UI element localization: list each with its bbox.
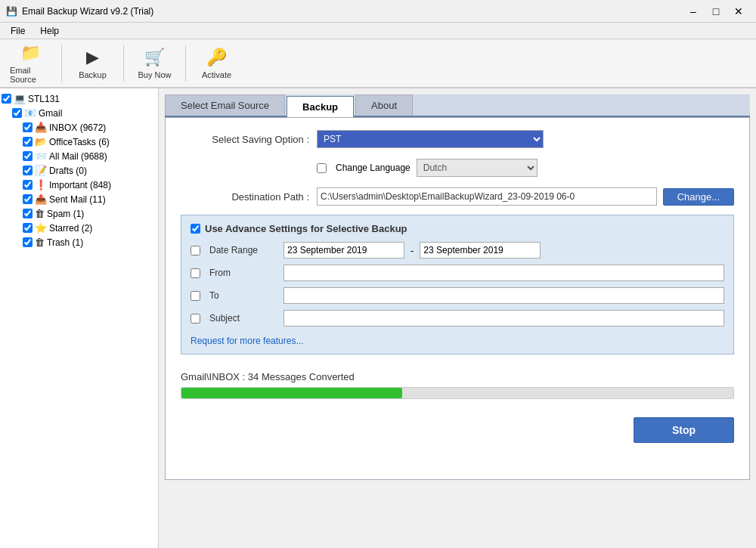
main-layout: 💻STL131📧Gmail📥INBOX (9672)📂OfficeTasks (… [0,88,756,548]
progress-bar-fill [181,388,402,398]
from-row: From [191,265,724,281]
advance-settings-section: Use Advance Settings for Selective Backu… [181,215,734,354]
tree-item-label: Spam (1) [47,209,84,219]
tab-select-email-source[interactable]: Select Email Source [165,94,285,116]
subject-input[interactable] [284,310,724,327]
tab-backup[interactable]: Backup [287,96,354,117]
title-bar-left: 💾 Email Backup Wizard v9.2 (Trial) [6,6,153,17]
sidebar-tree-item[interactable]: 📥INBOX (9672) [0,120,158,135]
email-source-icon: 📁 [20,43,41,63]
date-separator: - [411,245,414,256]
sidebar-tree-item[interactable]: ❗Important (848) [0,178,158,192]
tab-bar: Select Email Source Backup About [165,94,750,117]
subject-checkbox[interactable] [191,314,200,324]
saving-option-row: Select Saving Option : PST MSG EML MBOX … [181,130,734,148]
date-to-input[interactable] [420,242,541,259]
sidebar-tree-item[interactable]: 🗑Spam (1) [0,206,158,221]
change-button[interactable]: Change... [663,188,734,206]
tree-item-label: OfficeTasks (6) [49,137,110,147]
destination-path-input[interactable] [317,187,657,206]
toolbar: 📁 Email Source ▶ Backup 🛒 Buy Now 🔑 Acti… [0,39,756,88]
sidebar-tree-item[interactable]: ⭐Starred (2) [0,221,158,235]
backup-icon: ▶ [86,48,99,67]
tree-item-checkbox[interactable] [12,108,22,118]
maximize-button[interactable]: □ [705,4,727,19]
language-select[interactable]: Dutch English French German Spanish [417,159,538,177]
sidebar-tree-item[interactable]: 📂OfficeTasks (6) [0,135,158,149]
tree-item-checkbox[interactable] [23,209,33,218]
tab-about[interactable]: About [355,94,413,116]
toolbar-buy-now[interactable]: 🛒 Buy Now [130,42,179,85]
toolbar-separator-3 [185,45,186,82]
toolbar-buy-now-label: Buy Now [138,70,171,79]
content-area: Select Email Source Backup About Select … [159,88,756,548]
toolbar-activate[interactable]: 🔑 Activate [192,42,241,85]
destination-path-label: Destination Path : [181,191,317,203]
saving-option-label: Select Saving Option : [181,134,317,145]
tree-item-checkbox[interactable] [23,223,33,233]
menu-file[interactable]: File [3,24,33,38]
tree-item-label: STL131 [28,94,60,104]
tree-item-label: Important (848) [49,180,111,190]
title-bar: 💾 Email Backup Wizard v9.2 (Trial) – □ ✕ [0,0,756,23]
to-input[interactable] [284,287,724,304]
app-title: Email Backup Wizard v9.2 (Trial) [22,6,153,17]
from-checkbox[interactable] [191,268,200,278]
progress-label: Gmail\INBOX : 34 Messages Converted [181,371,734,382]
saving-option-select[interactable]: PST MSG EML MBOX PDF [317,130,544,148]
tree-item-checkbox[interactable] [23,237,33,247]
subject-row: Subject [191,310,724,327]
to-checkbox[interactable] [191,291,200,301]
sidebar-tree-item[interactable]: 📤Sent Mail (11) [0,192,158,206]
tree-item-checkbox[interactable] [2,94,11,104]
stop-button[interactable]: Stop [634,417,734,443]
tree-item-icon: ⭐ [35,222,47,234]
date-range-row: Date Range - [191,242,724,259]
toolbar-backup-label: Backup [79,70,107,79]
sidebar-tree-item[interactable]: 📧Gmail [0,106,158,120]
minimize-button[interactable]: – [682,4,705,19]
buy-now-icon: 🛒 [144,48,165,67]
tree-item-icon: 💻 [14,93,26,104]
tree-item-checkbox[interactable] [23,137,33,147]
toolbar-email-source[interactable]: 📁 Email Source [6,42,55,85]
tab-content: Select Saving Option : PST MSG EML MBOX … [165,117,750,480]
menu-help[interactable]: Help [33,24,67,38]
tree-item-checkbox[interactable] [23,194,33,204]
sidebar-tree-item[interactable]: 🗑Trash (1) [0,235,158,249]
request-features-link[interactable]: Request for more features... [191,336,303,346]
tree-item-icon: ❗ [35,179,47,190]
tree-item-icon: 📝 [35,165,47,176]
date-range-checkbox[interactable] [191,246,200,255]
close-button[interactable]: ✕ [727,4,750,19]
toolbar-backup[interactable]: ▶ Backup [68,42,117,85]
destination-path-row: Destination Path : Change... [181,187,734,206]
change-language-label: Change Language [336,163,411,173]
tree-item-checkbox[interactable] [23,122,33,132]
toolbar-separator-1 [61,45,62,82]
tree-item-label: Sent Mail (11) [49,194,106,205]
change-language-checkbox[interactable] [317,163,327,173]
date-from-input[interactable] [284,242,404,259]
from-label: From [209,268,277,278]
sidebar-tree-item[interactable]: 💻STL131 [0,91,158,106]
subject-label: Subject [209,313,277,324]
tree-item-checkbox[interactable] [23,151,33,161]
advance-settings-checkbox[interactable] [191,224,200,234]
menu-bar: File Help [0,23,756,39]
tree-item-checkbox[interactable] [23,166,33,175]
from-input[interactable] [284,265,724,281]
sidebar-tree-item[interactable]: 📝Drafts (0) [0,163,158,178]
title-bar-right: – □ ✕ [682,4,750,19]
tree-item-icon: 📥 [35,122,47,133]
to-label: To [209,290,277,301]
tree-item-label: Trash (1) [47,237,83,248]
tree-item-checkbox[interactable] [23,180,33,190]
tree-item-icon: 🗑 [35,208,45,219]
change-language-row: Change Language Dutch English French Ger… [181,159,734,177]
app-icon: 💾 [6,6,17,17]
sidebar-tree-item[interactable]: 📨All Mail (9688) [0,149,158,163]
advance-settings-title: Use Advance Settings for Selective Backu… [191,223,724,234]
advance-settings-title-label: Use Advance Settings for Selective Backu… [205,223,407,234]
toolbar-activate-label: Activate [202,70,231,79]
